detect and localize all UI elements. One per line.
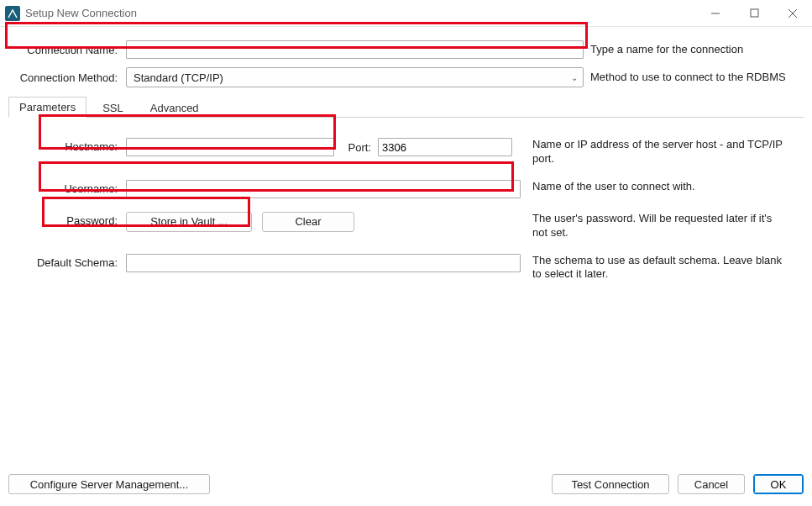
test-connection-button[interactable]: Test Connection <box>552 474 669 494</box>
window-title: Setup New Connection <box>25 7 137 19</box>
tab-parameters[interactable]: Parameters <box>8 97 86 118</box>
default-schema-input[interactable] <box>126 254 521 272</box>
clear-password-button[interactable]: Clear <box>262 212 354 232</box>
close-button[interactable] <box>773 0 812 27</box>
default-schema-help: The schema to use as default schema. Lea… <box>521 254 789 282</box>
hostname-help: Name or IP address of the server host - … <box>521 138 789 166</box>
username-label: Username: <box>8 180 126 195</box>
ok-button[interactable]: OK <box>753 474 804 494</box>
tab-panel-parameters: Hostname: Port: Name or IP address of th… <box>8 117 804 282</box>
titlebar: Setup New Connection <box>0 0 812 27</box>
connection-name-label: Connection Name: <box>8 44 126 56</box>
hostname-input[interactable] <box>126 138 334 156</box>
connection-name-input[interactable] <box>126 40 584 59</box>
default-schema-label: Default Schema: <box>8 254 126 269</box>
port-label: Port: <box>334 141 378 154</box>
hostname-label: Hostname: <box>8 138 126 153</box>
dialog-footer: Configure Server Management... Test Conn… <box>0 469 812 506</box>
connection-method-desc: Method to use to connect to the RDBMS <box>584 71 786 84</box>
connection-name-desc: Type a name for the connection <box>584 43 743 56</box>
configure-server-management-button[interactable]: Configure Server Management... <box>8 474 210 494</box>
svg-rect-1 <box>751 9 758 17</box>
tab-ssl[interactable]: SSL <box>92 98 134 118</box>
port-input[interactable] <box>378 138 512 156</box>
connection-method-label: Connection Method: <box>8 71 126 84</box>
minimize-button[interactable] <box>696 0 735 27</box>
username-help: Name of the user to connect with. <box>521 180 789 194</box>
connection-method-select[interactable]: Standard (TCP/IP) ⌄ <box>126 67 584 87</box>
cancel-button[interactable]: Cancel <box>678 474 745 494</box>
username-input[interactable] <box>126 180 521 198</box>
app-icon <box>5 6 20 21</box>
password-help: The user's password. Will be requested l… <box>521 212 789 240</box>
window-controls <box>696 0 812 27</box>
chevron-down-icon: ⌄ <box>571 73 578 82</box>
store-in-vault-button[interactable]: Store in Vault ... <box>126 212 252 232</box>
password-label: Password: <box>8 212 126 227</box>
tab-advanced[interactable]: Advanced <box>139 98 210 118</box>
tab-strip: Parameters SSL Advanced <box>8 96 804 118</box>
connection-method-value: Standard (TCP/IP) <box>134 71 223 84</box>
maximize-button[interactable] <box>735 0 773 27</box>
dialog-body: Connection Name: Type a name for the con… <box>0 27 812 282</box>
